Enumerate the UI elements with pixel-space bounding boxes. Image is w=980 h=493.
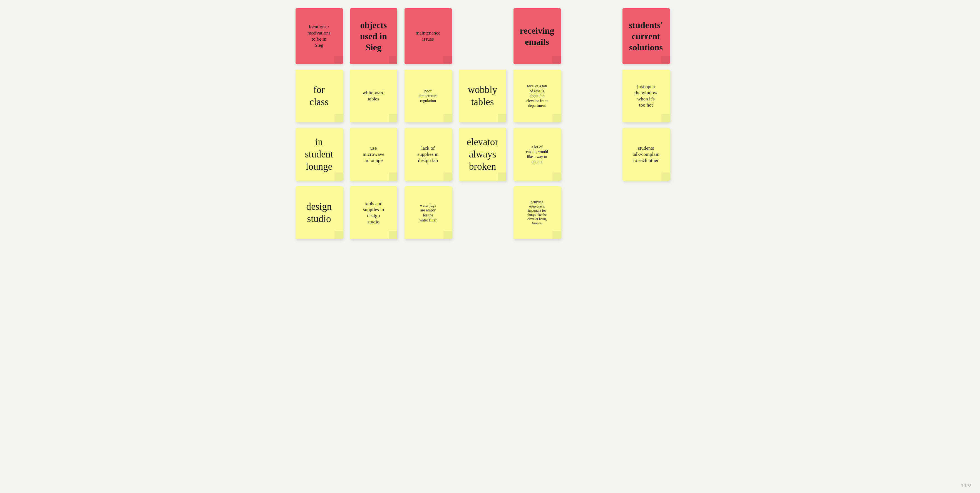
- sticky-text: just open the window when it's too hot: [635, 84, 657, 108]
- card-col7-2: students talk/complain to each other: [622, 128, 670, 181]
- sticky-text: a lot of emails, would like a way to opt…: [526, 145, 548, 164]
- sticky-text: maintenance issues: [416, 30, 441, 42]
- sticky-text: poor temperature regulation: [419, 89, 438, 104]
- header-col3: maintenance issues: [404, 8, 452, 64]
- card-col2-1: whiteboard tables: [350, 70, 397, 123]
- sticky-text: students' current solutions: [629, 19, 663, 53]
- card-col1-1: for class: [296, 70, 343, 123]
- card-col5-2: a lot of emails, would like a way to opt…: [514, 128, 561, 181]
- card-col1-3: design studio: [296, 187, 343, 239]
- sticky-text: students talk/complain to each other: [633, 145, 659, 164]
- sticky-text: wobbly tables: [468, 84, 497, 108]
- sticky-text: elevator always broken: [467, 136, 498, 173]
- miro-logo: miro: [961, 482, 971, 488]
- sticky-text: receive a ton of emails about the elevat…: [526, 84, 547, 108]
- sticky-text: receiving emails: [520, 25, 554, 47]
- card-col3-2: lack of supplies in design lab: [404, 128, 452, 181]
- sticky-text: notifying everyone is important for thin…: [527, 200, 547, 225]
- header-col1: locations / motivations to be in Sieg: [296, 8, 343, 64]
- sticky-text: whiteboard tables: [363, 90, 385, 102]
- card-col4-2: elevator always broken: [459, 128, 506, 181]
- card-col4-1: wobbly tables: [459, 70, 506, 123]
- card-col7-1: just open the window when it's too hot: [622, 70, 670, 123]
- sticky-text: objects used in Sieg: [360, 19, 387, 53]
- card-col2-3: tools and supplies in design studio: [350, 187, 397, 239]
- card-col5-1: receive a ton of emails about the elevat…: [514, 70, 561, 123]
- card-col5-3: notifying everyone is important for thin…: [514, 187, 561, 239]
- sticky-text: tools and supplies in design studio: [363, 201, 384, 225]
- sticky-text: use microwave in lounge: [363, 145, 384, 164]
- sticky-text: design studio: [306, 201, 332, 225]
- card-col3-1: poor temperature regulation: [404, 70, 452, 123]
- card-col2-2: use microwave in lounge: [350, 128, 397, 181]
- sticky-board: locations / motivations to be in Siegobj…: [296, 8, 685, 239]
- header-col2: objects used in Sieg: [350, 8, 397, 64]
- sticky-text: lack of supplies in design lab: [418, 145, 439, 164]
- sticky-text: water jugs are empty for the water filte…: [419, 203, 436, 223]
- sticky-text: for class: [309, 84, 328, 108]
- card-col3-3: water jugs are empty for the water filte…: [404, 187, 452, 239]
- sticky-text: locations / motivations to be in Sieg: [307, 24, 331, 48]
- header-col5: receiving emails: [514, 8, 561, 64]
- header-col7: students' current solutions: [622, 8, 670, 64]
- card-col1-2: in student lounge: [296, 128, 343, 181]
- sticky-text: in student lounge: [305, 136, 333, 173]
